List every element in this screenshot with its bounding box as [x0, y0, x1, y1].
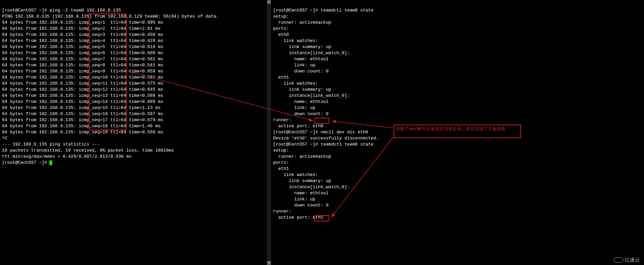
active-port-label: active port:: [273, 124, 313, 129]
ctrl-c: ^C: [2, 136, 7, 141]
command-text: nmcli dev dis eth0: [320, 130, 368, 135]
command-text: ping -I team0 192.168.8.135: [49, 8, 121, 13]
terminal-right[interactable]: [root@CentOS7 ~]# teamdctl team0 state s…: [271, 0, 644, 265]
disconnect-msg: Device 'eth0' successfully disconnected.: [273, 136, 379, 141]
cloud-icon: [614, 257, 623, 263]
cursor-icon: [49, 160, 52, 165]
ping-stats-2: rtt min/avg/max/mdev = 0.429/0.807/2.813…: [2, 154, 131, 159]
teamdctl-output-2: setup: runner: activebackup ports: eth1 …: [273, 148, 642, 215]
shell-prompt: [root@CentOS7 ~]#: [273, 130, 320, 135]
shell-prompt: [root@CentOS7 ~]#: [2, 8, 49, 13]
shell-prompt: [root@CentOS7 ~]#: [2, 160, 49, 165]
ping-stats-1: 19 packets transmitted, 19 received, 0% …: [2, 148, 174, 153]
scrollbar[interactable]: ▲ ▼: [267, 0, 271, 265]
shell-prompt: [root@CentOS7 ~]#: [273, 8, 320, 13]
teamdctl-output-1: setup: runner: activebackup ports: eth0 …: [273, 14, 642, 123]
active-port-value: eth1: [313, 215, 323, 220]
watermark-text: 亿速云: [625, 257, 640, 263]
scroll-up-icon[interactable]: ▲: [267, 0, 271, 4]
ping-header: PING 192.168.8.135 (192.168.8.135) from …: [2, 14, 219, 19]
command-text: teamdctl team0 state: [320, 8, 373, 13]
active-port-label: active port:: [273, 215, 313, 220]
shell-prompt: [root@CentOS7 ~]#: [273, 142, 320, 147]
command-text: teamdctl team0 state: [320, 142, 373, 147]
active-port-value: eth0: [313, 124, 323, 129]
watermark: 亿速云: [614, 257, 640, 263]
ping-stats-header: --- 192.168.8.135 ping statistics ---: [2, 142, 100, 147]
terminal-left[interactable]: [root@CentOS7 ~]# ping -I team0 192.168.…: [0, 0, 268, 265]
scroll-down-icon[interactable]: ▼: [267, 261, 271, 265]
annotation-text: 当断了eth0网卡后发现并没有丢包，并且实现了主备切换: [396, 126, 521, 132]
ping-output-lines: 64 bytes from 192.168.8.135: icmp_seq=1 …: [2, 20, 265, 135]
